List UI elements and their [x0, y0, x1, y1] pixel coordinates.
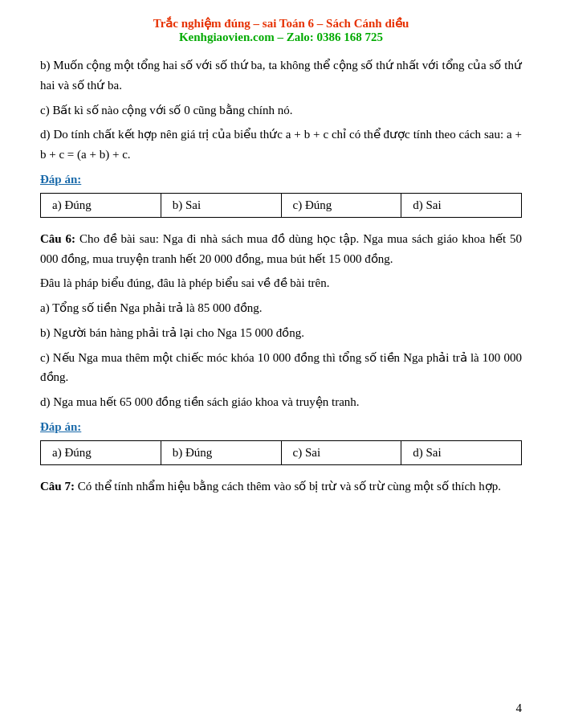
paragraph-b: b) Muốn cộng một tổng hai số với số thứ …	[40, 55, 522, 96]
cau6-title: Câu 6:	[40, 232, 75, 245]
cau6-d: d) Nga mua hết 65 000 đồng tiền sách giá…	[40, 392, 522, 412]
cau6-question: Đâu là pháp biểu đúng, đâu là phép biểu …	[40, 273, 522, 293]
paragraph-d: d) Do tính chất kết hợp nên giá trị của …	[40, 125, 522, 165]
cau7-text: Có thể tính nhẩm hiệu bằng cách thêm vào…	[75, 480, 501, 493]
page: Trắc nghiệm đúng – sai Toán 6 – Sách Cán…	[0, 0, 562, 728]
table-cell: b) Đúng	[161, 440, 281, 464]
cau6-text: Cho đề bài sau: Nga đi nhà sách mua đồ d…	[40, 232, 522, 265]
paragraph-d-text: d) Do tính chất kết hợp nên giá trị của …	[40, 128, 522, 161]
cau7-intro: Câu 7: Có thể tính nhẩm hiệu bằng cách t…	[40, 476, 522, 497]
cau6-a: a) Tổng số tiền Nga phải trả là 85 000 đ…	[40, 298, 522, 318]
table-cell: d) Sai	[401, 440, 522, 464]
header-contact: Kenhgiaovien.com – Zalo: 0386 168 725	[40, 31, 522, 44]
paragraph-b-text: b) Muốn cộng một tổng hai số với số thứ …	[40, 59, 522, 92]
cau6-b: b) Người bán hàng phải trả lại cho Nga 1…	[40, 323, 522, 343]
table-cell: c) Đúng	[281, 193, 401, 217]
paragraph-c: c) Bất kì số nào cộng với số 0 cũng bằng…	[40, 100, 522, 121]
table-cell: a) Đúng	[41, 440, 161, 464]
page-number: 4	[516, 701, 523, 715]
cau6-intro: Câu 6: Cho đề bài sau: Nga đi nhà sách m…	[40, 229, 522, 269]
answer-label-1: Đáp án:	[40, 173, 522, 186]
table-cell: d) Sai	[401, 193, 522, 217]
table-cell: c) Sai	[281, 440, 401, 464]
table-cell: b) Sai	[161, 193, 281, 217]
table-row: a) Đúng b) Sai c) Đúng d) Sai	[41, 193, 522, 217]
answer-label-2: Đáp án:	[40, 420, 522, 434]
answer-table-1: a) Đúng b) Sai c) Đúng d) Sai	[40, 193, 522, 218]
cau7-title: Câu 7:	[40, 480, 75, 493]
page-header: Trắc nghiệm đúng – sai Toán 6 – Sách Cán…	[40, 16, 522, 44]
header-title: Trắc nghiệm đúng – sai Toán 6 – Sách Cán…	[40, 16, 522, 31]
table-row: a) Đúng b) Đúng c) Sai d) Sai	[41, 440, 522, 464]
cau6-c: c) Nếu Nga mua thêm một chiếc móc khóa 1…	[40, 348, 522, 388]
paragraph-c-text: c) Bất kì số nào cộng với số 0 cũng bằng…	[40, 104, 292, 117]
table-cell: a) Đúng	[41, 193, 161, 217]
answer-table-2: a) Đúng b) Đúng c) Sai d) Sai	[40, 440, 522, 465]
